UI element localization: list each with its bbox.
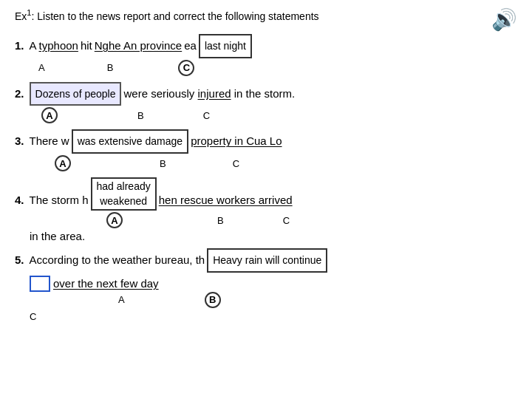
- item-2-label-c: C: [203, 110, 210, 121]
- item-5-line2: over the next few day: [30, 276, 517, 292]
- item-2-text: were seriously injured in the storm.: [123, 83, 295, 105]
- item-5-line: 5. According to the weather bureau, th H…: [15, 248, 517, 273]
- item-2-num: 2.: [15, 83, 24, 105]
- item-4-line: 4. The storm h had alreadyweakened hen r…: [15, 177, 517, 211]
- item-4-label-b: B: [217, 215, 224, 226]
- exercise-item-4: 4. The storm h had alreadyweakened hen r…: [15, 177, 517, 242]
- exercise-item-5: 5. According to the weather bureau, th H…: [15, 248, 517, 322]
- item-5-num: 5.: [15, 250, 24, 271]
- item-4-before: The storm h: [30, 190, 89, 211]
- exercise-item-1: 1. A typhoon hit Nghe An province ea las…: [15, 34, 517, 76]
- item-2-label-a: A: [41, 107, 58, 123]
- item-3-label-a: A: [55, 155, 71, 171]
- item-2-label-b: B: [137, 110, 144, 121]
- item-4-highlight: had alreadyweakened: [91, 177, 157, 211]
- item-3-highlight: was extensive damage: [72, 129, 188, 154]
- item-4-after: hen rescue workers arrived: [159, 190, 293, 211]
- item-3-label-c: C: [233, 158, 239, 169]
- exercise-title: Ex1: Listen to the news report and corre…: [15, 7, 517, 24]
- item-1-typhoon: typhoon: [39, 35, 78, 57]
- item-3-after: property in Cua Lo: [191, 131, 282, 152]
- item-2-highlight: Dozens of people: [30, 82, 122, 106]
- ex-text: : Listen to the news report and correct …: [31, 10, 318, 22]
- item-1-text-a: A: [30, 35, 37, 57]
- item-1-num: 1.: [15, 35, 24, 57]
- item-1-province: Nghe An province: [95, 35, 182, 57]
- item-5-blue-box: [30, 276, 50, 292]
- item-5-after: over the next few day: [53, 277, 159, 290]
- item-1-line: 1. A typhoon hit Nghe An province ea las…: [15, 34, 517, 58]
- item-2-line: 2. Dozens of people were seriously injur…: [15, 82, 517, 106]
- ex-prefix: Ex: [15, 10, 27, 22]
- item-4-label-c: C: [283, 215, 290, 226]
- item-5-label-b: B: [205, 292, 221, 308]
- item-1-ea: ea: [184, 35, 197, 57]
- item-4-extra: in the area.: [30, 230, 517, 242]
- item-5-highlight: Heavy rain will continue: [207, 248, 327, 273]
- item-3-label-b: B: [160, 158, 166, 169]
- item-1-label-a: A: [38, 62, 45, 73]
- page: 🔊 Ex1: Listen to the news report and cor…: [0, 0, 532, 335]
- item-3-num: 3.: [15, 131, 24, 152]
- speaker-icon[interactable]: 🔊: [491, 7, 517, 32]
- exercise-item-2: 2. Dozens of people were seriously injur…: [15, 82, 517, 124]
- item-4-label-a: A: [106, 212, 123, 228]
- item-5-before: According to the weather bureau, th: [30, 250, 205, 271]
- item-1-highlight: last night: [199, 34, 252, 58]
- item-5-label-c: C: [30, 311, 36, 322]
- item-3-before: There w: [30, 131, 69, 152]
- item-1-label-c: C: [178, 60, 194, 76]
- item-1-hit: hit: [81, 35, 92, 57]
- item-3-line: 3. There w was extensive damage property…: [15, 129, 517, 154]
- exercise-item-3: 3. There w was extensive damage property…: [15, 129, 517, 171]
- item-4-num: 4.: [15, 190, 24, 211]
- item-1-label-b: B: [107, 62, 114, 73]
- item-5-label-a: A: [118, 294, 125, 305]
